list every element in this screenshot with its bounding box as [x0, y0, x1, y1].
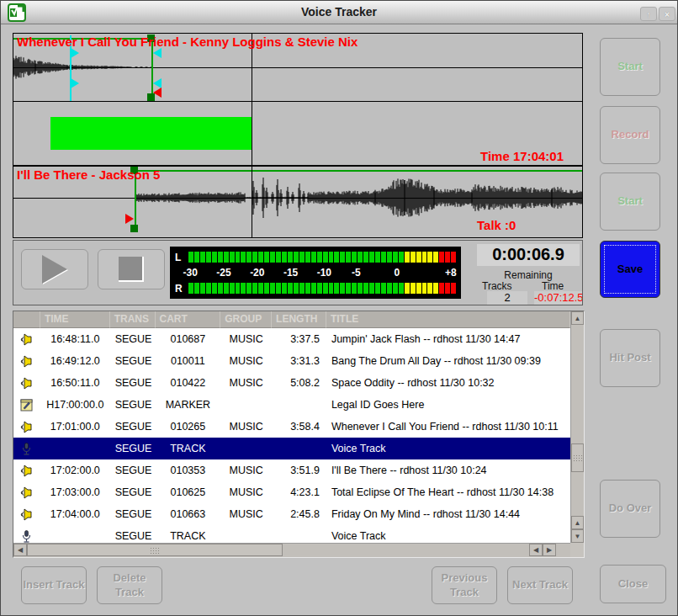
shade-icon[interactable]: ↑ — [640, 7, 657, 21]
do-over-button[interactable]: Do Over — [600, 480, 660, 538]
cell-cart: 010687 — [156, 328, 221, 350]
cell-time: H17:00:00.0 — [40, 394, 110, 416]
scroll-down-icon[interactable]: ▼ — [571, 529, 584, 543]
stop-button[interactable] — [98, 249, 165, 289]
track2-play-handle-icon[interactable] — [125, 214, 134, 224]
cell-time: 16:48:11.0 — [40, 328, 110, 350]
right-channel-label: R — [175, 283, 188, 295]
cell-time: 17:04:00.0 — [40, 503, 110, 525]
table-row[interactable]: 16:49:12.0SEGUE010011MUSIC3:31.3Bang The… — [13, 350, 570, 372]
cell-length — [272, 438, 326, 459]
cell-title: Space Oddity -- rdhost 11/30 10:32 — [326, 372, 570, 394]
scroll-up-icon[interactable]: ▲ — [571, 516, 584, 529]
close-button[interactable]: Close — [600, 565, 666, 603]
cell-group: MUSIC — [220, 503, 272, 525]
cell-length: 4:23.1 — [272, 481, 326, 503]
track1-title: Whenever I Call You Friend - Kenny Loggi… — [17, 35, 358, 49]
table-rows: 16:48:11.0SEGUE010687MUSIC3:37.5Jumpin' … — [13, 328, 570, 543]
scroll-up-icon[interactable]: ▲ — [571, 311, 584, 325]
record-button[interactable]: Record — [600, 106, 660, 164]
track2-title: I'll Be There - Jackson 5 — [17, 167, 160, 182]
voice-tracker-window: { "window": { "title": "Voice Tracker", … — [0, 0, 678, 616]
table-row[interactable]: 16:48:11.0SEGUE010687MUSIC3:37.5Jumpin' … — [13, 328, 570, 350]
table-row[interactable]: H17:00:00.0SEGUEMARKERLegal ID Goes Here — [13, 394, 570, 416]
track2-start-handle-icon[interactable] — [130, 225, 138, 232]
column-header-TIME[interactable]: TIME — [40, 311, 110, 328]
cue-marker-handle-icon[interactable] — [71, 78, 79, 88]
delete-track-button[interactable]: Delete Track — [97, 566, 162, 604]
speaker-icon — [13, 328, 40, 350]
cell-trans: SEGUE — [110, 459, 156, 481]
column-header-TITLE[interactable]: TITLE — [326, 311, 570, 328]
cell-time: 17:02:00.0 — [40, 459, 110, 481]
hit-post-button[interactable]: Hit Post — [600, 329, 660, 387]
speaker-icon — [13, 372, 40, 394]
table-row[interactable]: SEGUETRACKVoice Track — [13, 438, 570, 459]
save-button[interactable]: Save — [600, 241, 660, 298]
column-header-LENGTH[interactable]: LENGTH — [272, 311, 326, 328]
cell-title: Total Eclipse Of The Heart -- rdhost 11/… — [326, 481, 570, 503]
scrollbar-corner — [570, 543, 584, 557]
start-point-handle-icon[interactable] — [153, 88, 162, 98]
horizontal-scrollbar[interactable]: ◀ ◀ ▶ — [13, 543, 570, 557]
scroll-left-icon[interactable]: ◀ — [13, 544, 27, 556]
cell-cart: 010625 — [156, 481, 221, 503]
scroll-right-icon[interactable]: ▶ — [543, 544, 556, 556]
cell-cart: 010011 — [156, 350, 221, 372]
meter-scale-tick: -25 — [216, 267, 230, 279]
table-row[interactable]: 17:04:00.0SEGUE010663MUSIC2:45.8Friday O… — [13, 503, 570, 525]
scroll-left-icon[interactable]: ◀ — [529, 544, 543, 556]
vertical-scrollbar[interactable]: ▲ ▲ ▼ — [570, 311, 584, 543]
cell-length: 3:31.3 — [272, 350, 326, 372]
cell-group — [220, 438, 272, 459]
cell-time: 16:49:12.0 — [40, 350, 110, 372]
meter-scale-tick: -5 — [352, 267, 361, 279]
column-header-TRANS[interactable]: TRANS — [110, 311, 156, 328]
track1-waveform-pane[interactable]: Whenever I Call You Friend - Kenny Loggi… — [13, 34, 582, 102]
transport-panel: L -30-25-20-15-10-50+8 R 0:00:06.9 Remai… — [13, 240, 583, 305]
voice-track-pane[interactable]: Time 17:04:01 — [13, 102, 582, 167]
table-row[interactable]: 17:02:00.0SEGUE010353MUSIC3:51.9I'll Be … — [13, 459, 570, 481]
vu-meter-right-row: R — [175, 283, 456, 294]
cell-length: 3:37.5 — [272, 328, 326, 350]
close-icon[interactable]: × — [659, 7, 675, 21]
cell-trans: SEGUE — [110, 503, 156, 525]
playback-position-line — [252, 34, 252, 237]
table-row[interactable]: 17:03:00.0SEGUE010625MUSIC4:23.1Total Ec… — [13, 481, 570, 503]
segue-cue-handle-icon[interactable] — [153, 48, 162, 58]
vertical-scroll-thumb[interactable] — [571, 443, 584, 472]
table-row[interactable]: 17:01:00.0SEGUE010265MUSIC3:58.4Whenever… — [13, 416, 570, 438]
track2-waveform-pane[interactable]: I'll Be There - Jackson 5 Talk :0 — [13, 167, 582, 236]
meter-scale-tick: -20 — [250, 267, 264, 279]
column-header-GROUP[interactable]: GROUP — [220, 311, 272, 328]
horizontal-scroll-thumb[interactable] — [27, 544, 283, 556]
speaker-icon — [13, 503, 40, 525]
speaker-icon — [13, 481, 40, 503]
cell-title: Voice Track — [326, 438, 570, 459]
remaining-label: Remaining — [477, 269, 580, 281]
start-play-button[interactable]: Start — [600, 173, 660, 231]
cell-cart: TRACK — [156, 438, 221, 459]
cell-trans: SEGUE — [110, 328, 156, 350]
cell-cart: TRACK — [156, 525, 221, 543]
speaker-icon — [13, 350, 40, 372]
insert-track-button[interactable]: Insert Track — [21, 566, 87, 604]
cue-marker-handle-icon[interactable] — [71, 48, 79, 58]
cell-group: MUSIC — [220, 459, 272, 481]
previous-track-button[interactable]: Previous Track — [432, 566, 497, 604]
cell-time: 16:50:11.0 — [40, 372, 110, 394]
column-header-CART[interactable]: CART — [156, 311, 221, 328]
table-row[interactable]: SEGUETRACKVoice Track — [13, 525, 570, 543]
next-track-button[interactable]: Next Track — [507, 566, 573, 604]
column-header-icon[interactable] — [13, 311, 40, 328]
meter-scale-tick: -15 — [283, 267, 298, 279]
cell-title: Bang The Drum All Day -- rdhost 11/30 09… — [326, 350, 570, 372]
play-button[interactable] — [21, 249, 88, 289]
voice-track-region[interactable] — [50, 117, 252, 150]
title-bar[interactable]: Voice Tracker ↑ × — [1, 1, 677, 24]
table-row[interactable]: 16:50:11.0SEGUE010422MUSIC5:08.2Space Od… — [13, 372, 570, 394]
start-record-button[interactable]: Start — [600, 38, 660, 96]
cell-title: Friday On My Mind -- rdhost 11/30 14:44 — [326, 503, 570, 525]
cell-length: 3:51.9 — [272, 459, 326, 481]
cell-length: 2:45.8 — [272, 503, 326, 525]
